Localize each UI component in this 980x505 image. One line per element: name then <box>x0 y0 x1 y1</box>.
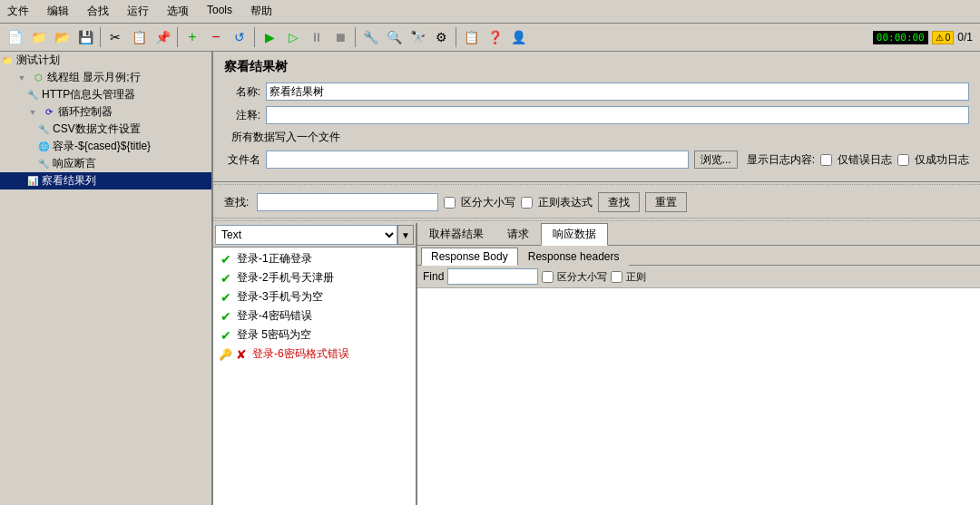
regex-checkbox[interactable] <box>521 197 533 209</box>
sub-tab-body[interactable]: Response Body <box>421 248 518 266</box>
result-item[interactable]: ✔ 登录-4密码错误 <box>213 306 416 325</box>
main-layout: 📁 测试计划 ▼ ⬡ 线程组 显示月例;行 🔧 HTTP信息头管理器 ▼ ⟳ 循… <box>0 52 980 505</box>
find-case-checkbox[interactable] <box>542 271 554 283</box>
tree-item-view-results[interactable]: 📊 察看结果列 <box>0 172 211 189</box>
comment-row: 注释: <box>224 106 969 124</box>
toolbar-open[interactable]: 📂 <box>51 26 73 48</box>
toolbar-sep3 <box>254 27 255 47</box>
toolbar-reset[interactable]: ↺ <box>229 26 250 48</box>
toolbar-help[interactable]: ❓ <box>484 26 505 48</box>
result-item[interactable]: ✔ 登录-3手机号为空 <box>213 287 416 306</box>
toolbar-new[interactable]: 📄 <box>4 26 25 48</box>
case-checkbox[interactable] <box>444 197 456 209</box>
toolbar-run-step[interactable]: ▷ <box>282 26 304 48</box>
results-dropdown[interactable]: Text <box>215 225 397 245</box>
find-case-label: 区分大小写 <box>557 270 607 284</box>
toolbar-copy[interactable]: 📋 <box>128 26 150 48</box>
toolbar-paste[interactable]: 📌 <box>152 26 173 48</box>
toolbar-binoculars[interactable]: 🔭 <box>407 26 428 48</box>
error-log-checkbox[interactable] <box>820 154 832 166</box>
results-arrow[interactable]: ▼ <box>397 225 414 245</box>
success-log-checkbox[interactable] <box>897 154 909 166</box>
comment-input[interactable] <box>266 106 969 124</box>
error-icon: ✘ <box>234 347 249 362</box>
tab-sampler[interactable]: 取样器结果 <box>417 223 495 246</box>
toolbar-record[interactable]: 🔍 <box>383 26 405 48</box>
search-label: 查找: <box>224 195 251 210</box>
find-label: Find <box>423 270 444 283</box>
toolbar-scissors[interactable]: 🔧 <box>359 26 381 48</box>
toolbar-sep5 <box>456 27 456 47</box>
tree-label: 容录-${cased}${title} <box>53 139 151 154</box>
result-item[interactable]: ✔ 登录-1正确登录 <box>213 249 416 268</box>
toolbar: 📄 📁 📂 💾 ✂ 📋 📌 + − ↺ ▶ ▷ ⏸ ⏹ 🔧 🔍 🔭 ⚙ 📋 ❓ … <box>0 24 980 52</box>
name-row: 名称: <box>224 83 969 101</box>
tab-request[interactable]: 请求 <box>495 223 541 246</box>
browse-button[interactable]: 浏览... <box>694 151 738 169</box>
tree-label: 察看结果列 <box>42 173 96 189</box>
total-count: 0/1 <box>957 31 973 44</box>
view-icon: 📊 <box>25 174 40 189</box>
toolbar-remove[interactable]: − <box>205 26 227 48</box>
sub-tab-headers[interactable]: Response headers <box>518 248 630 266</box>
tree-item-login-sampler[interactable]: 🌐 容录-${cased}${title} <box>0 138 211 155</box>
tree-item-http-header[interactable]: 🔧 HTTP信息头管理器 <box>0 86 211 103</box>
toolbar-sep1 <box>100 27 101 47</box>
results-panel: Text ▼ ✔ 登录-1正确登录 ✔ 登录-2手机号天津册 ✔ <box>213 223 417 505</box>
toolbar-stop[interactable]: ⏹ <box>329 26 351 48</box>
toolbar-sep2 <box>177 27 178 47</box>
file-input[interactable] <box>266 151 689 169</box>
toolbar-sep4 <box>355 27 356 47</box>
toolbar-settings[interactable]: ⚙ <box>430 26 452 48</box>
result-item-fail[interactable]: 🔑 ✘ 登录-6密码格式错误 <box>213 345 416 364</box>
tree-item-thread-group[interactable]: ▼ ⬡ 线程组 显示月例;行 <box>0 69 211 86</box>
folder-icon: 📁 <box>0 53 15 68</box>
warn-badge: ⚠ 0 <box>932 31 955 44</box>
menu-file[interactable]: 文件 <box>4 2 33 21</box>
toolbar-user[interactable]: 👤 <box>507 26 529 48</box>
right-panel: 察看结果树 名称: 注释: 所有数据写入一个文件 文件名 浏览... 显示日志内… <box>213 52 980 505</box>
warn-icon: ⚠ <box>936 33 944 43</box>
toolbar-pause[interactable]: ⏸ <box>306 26 328 48</box>
menu-tools[interactable]: Tools <box>203 2 236 21</box>
loop-icon: ⟳ <box>42 105 56 120</box>
toolbar-run[interactable]: ▶ <box>259 26 280 48</box>
write-row: 所有数据写入一个文件 <box>224 130 969 145</box>
separator1 <box>213 184 980 185</box>
find-regex-checkbox[interactable] <box>611 271 622 283</box>
toolbar-save[interactable]: 💾 <box>74 26 96 48</box>
sampler-icon: 🌐 <box>36 140 51 154</box>
tree-item-test-plan[interactable]: 📁 测试计划 <box>0 52 211 69</box>
form-area: 察看结果树 名称: 注释: 所有数据写入一个文件 文件名 浏览... 显示日志内… <box>213 52 980 182</box>
left-panel: 📁 测试计划 ▼ ⬡ 线程组 显示月例;行 🔧 HTTP信息头管理器 ▼ ⟳ 循… <box>0 52 213 505</box>
menu-find[interactable]: 合找 <box>83 2 113 21</box>
tab-response[interactable]: 响应数据 <box>541 223 608 246</box>
separator2 <box>213 220 980 221</box>
tabs-row: 取样器结果 请求 响应数据 <box>417 223 980 246</box>
menu-help[interactable]: 帮助 <box>247 2 276 21</box>
find-button[interactable]: 查找 <box>598 192 640 212</box>
menu-options[interactable]: 选项 <box>163 2 192 21</box>
result-item[interactable]: ✔ 登录 5密码为空 <box>213 325 416 345</box>
comment-label: 注释: <box>224 108 260 123</box>
search-input[interactable] <box>257 193 438 211</box>
name-input[interactable] <box>266 83 969 101</box>
tree-label: 线程组 显示月例;行 <box>47 70 141 85</box>
tree-item-loop-controller[interactable]: ▼ ⟳ 循环控制器 <box>0 103 211 121</box>
write-label: 所有数据写入一个文件 <box>231 130 340 145</box>
tree-item-csv[interactable]: 🔧 CSV数据文件设置 <box>0 121 211 138</box>
toolbar-list[interactable]: 📋 <box>460 26 482 48</box>
thread-icon: ⬡ <box>31 71 45 85</box>
result-item[interactable]: ✔ 登录-2手机号天津册 <box>213 268 416 287</box>
reset-button[interactable]: 重置 <box>645 192 687 212</box>
tree-item-assertion[interactable]: 🔧 响应断言 <box>0 155 211 172</box>
menu-run[interactable]: 运行 <box>123 2 152 21</box>
find-input[interactable] <box>447 268 538 285</box>
toolbar-add[interactable]: + <box>181 26 203 48</box>
toolbar-cut[interactable]: ✂ <box>104 26 126 48</box>
key-icon: 🔑 <box>219 348 232 361</box>
menu-edit[interactable]: 编辑 <box>44 2 73 21</box>
result-label: 登录-3手机号为空 <box>237 289 323 305</box>
case-label: 区分大小写 <box>461 195 515 210</box>
toolbar-open2[interactable]: 📁 <box>27 26 49 48</box>
